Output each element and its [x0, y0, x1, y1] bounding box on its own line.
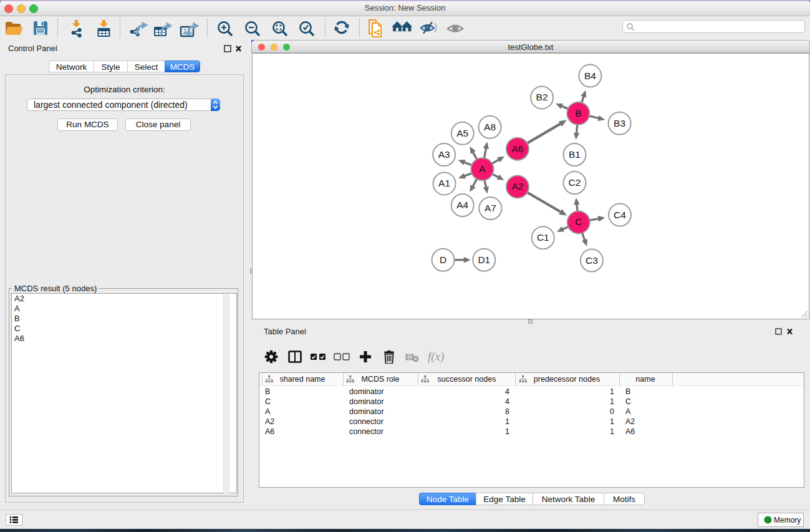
svg-text:A4: A4	[456, 200, 468, 210]
svg-text:C3: C3	[586, 255, 598, 266]
svg-text:C1: C1	[537, 232, 549, 243]
svg-text:B: B	[575, 108, 581, 118]
svg-text:A7: A7	[485, 203, 496, 213]
svg-text:B2: B2	[536, 92, 548, 102]
svg-text:A8: A8	[484, 122, 496, 132]
svg-text:C2: C2	[569, 177, 581, 188]
svg-text:A2: A2	[511, 181, 523, 191]
svg-text:B1: B1	[569, 149, 581, 160]
svg-text:D: D	[440, 254, 446, 265]
svg-text:A6: A6	[511, 143, 523, 154]
svg-text:C4: C4	[614, 210, 626, 220]
svg-text:B4: B4	[584, 70, 596, 81]
svg-text:B3: B3	[614, 118, 625, 128]
svg-text:C: C	[575, 216, 582, 227]
svg-text:A1: A1	[438, 178, 450, 188]
svg-text:A3: A3	[438, 149, 450, 160]
svg-text:A5: A5	[456, 128, 468, 138]
svg-text:A: A	[479, 163, 486, 174]
svg-text:D1: D1	[478, 254, 490, 265]
